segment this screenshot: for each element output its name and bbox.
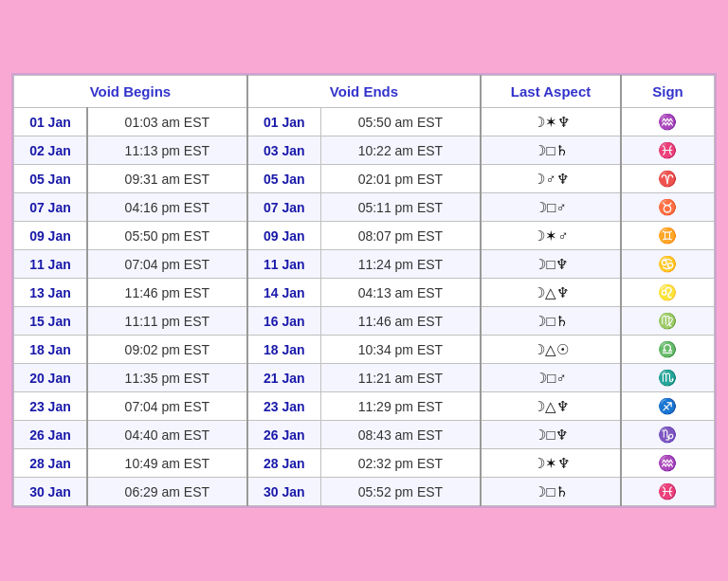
ve-time: 10:22 am EST [320,136,481,165]
ve-date: 01 Jan [247,108,320,136]
sign: ♉ [621,193,715,222]
vb-date: 13 Jan [14,279,87,307]
last-aspect: ☽□♆ [481,421,621,449]
table-row: 20 Jan 11:35 pm EST 21 Jan 11:21 am EST … [14,364,715,392]
header-void-begins: Void Begins [14,76,247,108]
last-aspect: ☽✶♆ [481,449,621,478]
sign: ♑ [621,421,715,449]
ve-date: 14 Jan [247,279,320,307]
vb-date: 07 Jan [14,193,87,222]
ve-date: 26 Jan [247,421,320,449]
vb-time: 10:49 am EST [87,449,247,478]
ve-time: 04:13 am EST [320,279,481,307]
ve-time: 02:01 pm EST [320,165,481,193]
ve-date: 18 Jan [247,336,320,364]
void-moon-table-wrapper: Void Begins Void Ends Last Aspect Sign 0… [11,73,717,508]
ve-date: 07 Jan [247,193,320,222]
table-row: 18 Jan 09:02 pm EST 18 Jan 10:34 pm EST … [14,336,715,364]
table-row: 01 Jan 01:03 am EST 01 Jan 05:50 am EST … [14,108,715,136]
ve-time: 02:32 pm EST [320,449,481,478]
vb-date: 01 Jan [14,108,87,136]
table-row: 11 Jan 07:04 pm EST 11 Jan 11:24 pm EST … [14,250,715,279]
ve-time: 11:21 am EST [320,364,481,392]
last-aspect: ☽♂♆ [481,165,621,193]
vb-date: 18 Jan [14,336,87,364]
table-row: 26 Jan 04:40 am EST 26 Jan 08:43 am EST … [14,421,715,449]
vb-date: 23 Jan [14,392,87,421]
ve-date: 11 Jan [247,250,320,279]
ve-time: 05:50 am EST [320,108,481,136]
ve-date: 16 Jan [247,307,320,336]
last-aspect: ☽□♄ [481,307,621,336]
ve-time: 08:07 pm EST [320,222,481,250]
table-row: 30 Jan 06:29 am EST 30 Jan 05:52 pm EST … [14,478,715,506]
table-row: 28 Jan 10:49 am EST 28 Jan 02:32 pm EST … [14,449,715,478]
last-aspect: ☽△♆ [481,392,621,421]
ve-date: 03 Jan [247,136,320,165]
vb-time: 09:02 pm EST [87,336,247,364]
ve-time: 11:24 pm EST [320,250,481,279]
last-aspect: ☽✶♆ [481,108,621,136]
vb-time: 04:40 am EST [87,421,247,449]
ve-time: 05:52 pm EST [320,478,481,506]
ve-time: 11:29 pm EST [320,392,481,421]
sign: ♍ [621,307,715,336]
vb-time: 06:29 am EST [87,478,247,506]
last-aspect: ☽□♂ [481,193,621,222]
vb-time: 11:11 pm EST [87,307,247,336]
ve-date: 21 Jan [247,364,320,392]
last-aspect: ☽□♂ [481,364,621,392]
last-aspect: ☽□♄ [481,478,621,506]
sign: ♓ [621,136,715,165]
vb-date: 11 Jan [14,250,87,279]
last-aspect: ☽□♄ [481,136,621,165]
vb-time: 11:35 pm EST [87,364,247,392]
sign: ♒ [621,108,715,136]
ve-time: 10:34 pm EST [320,336,481,364]
last-aspect: ☽□♆ [481,250,621,279]
ve-time: 11:46 am EST [320,307,481,336]
sign: ♐ [621,392,715,421]
table-row: 13 Jan 11:46 pm EST 14 Jan 04:13 am EST … [14,279,715,307]
vb-time: 11:13 pm EST [87,136,247,165]
sign: ♎ [621,336,715,364]
sign: ♌ [621,279,715,307]
sign: ♊ [621,222,715,250]
table-row: 07 Jan 04:16 pm EST 07 Jan 05:11 pm EST … [14,193,715,222]
ve-date: 28 Jan [247,449,320,478]
ve-date: 09 Jan [247,222,320,250]
vb-date: 28 Jan [14,449,87,478]
vb-time: 04:16 pm EST [87,193,247,222]
header-sign: Sign [621,76,715,108]
sign: ♏ [621,364,715,392]
vb-date: 15 Jan [14,307,87,336]
vb-time: 11:46 pm EST [87,279,247,307]
vb-time: 07:04 pm EST [87,392,247,421]
sign: ♒ [621,449,715,478]
vb-date: 09 Jan [14,222,87,250]
table-row: 15 Jan 11:11 pm EST 16 Jan 11:46 am EST … [14,307,715,336]
ve-date: 23 Jan [247,392,320,421]
vb-time: 09:31 am EST [87,165,247,193]
ve-time: 05:11 pm EST [320,193,481,222]
sign: ♓ [621,478,715,506]
vb-time: 07:04 pm EST [87,250,247,279]
vb-date: 30 Jan [14,478,87,506]
last-aspect: ☽△♆ [481,279,621,307]
vb-date: 26 Jan [14,421,87,449]
table-row: 23 Jan 07:04 pm EST 23 Jan 11:29 pm EST … [14,392,715,421]
ve-time: 08:43 am EST [320,421,481,449]
sign: ♋ [621,250,715,279]
vb-time: 05:50 pm EST [87,222,247,250]
ve-date: 30 Jan [247,478,320,506]
last-aspect: ☽✶♂ [481,222,621,250]
vb-date: 02 Jan [14,136,87,165]
vb-date: 20 Jan [14,364,87,392]
header-last-aspect: Last Aspect [481,76,621,108]
void-moon-table: Void Begins Void Ends Last Aspect Sign 0… [13,75,715,506]
ve-date: 05 Jan [247,165,320,193]
last-aspect: ☽△☉ [481,336,621,364]
header-void-ends: Void Ends [247,76,481,108]
vb-time: 01:03 am EST [87,108,247,136]
table-row: 09 Jan 05:50 pm EST 09 Jan 08:07 pm EST … [14,222,715,250]
